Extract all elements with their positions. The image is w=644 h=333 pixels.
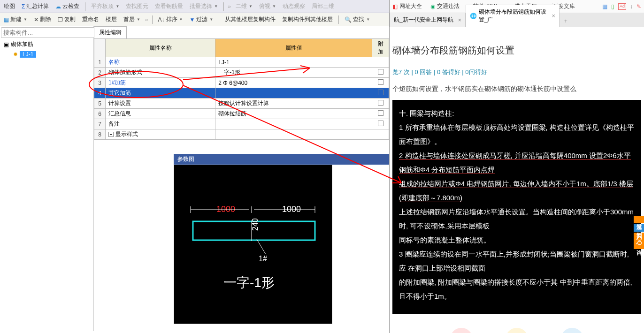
draw-btn[interactable]: 绘图 bbox=[2, 1, 17, 11]
tab-bar: 航_新一代安全上网导航× 🌐砌体墙分布段筋钢筋如何设置_广× + bbox=[390, 13, 644, 27]
browser-tab-2[interactable]: 🌐砌体墙分布段筋钢筋如何设置_广× bbox=[466, 5, 560, 27]
dim-240: 240 bbox=[251, 218, 259, 231]
property-table: 属性名称 属性值 附加 1名称LJ-12砌体加筋形式一字-1形31#加筋2 Φ … bbox=[94, 38, 389, 140]
col-name: 属性名称 bbox=[106, 39, 215, 57]
page-meta: 览7 次 | 0 回答 | 0 答得好 | 0问得好 bbox=[392, 68, 641, 76]
stat-fav[interactable]: ☆0我收藏 bbox=[506, 328, 528, 333]
table-row[interactable]: 6汇总信息砌体拉结筋 bbox=[94, 109, 389, 119]
param-diagram: 1000 1000 240 1# 一字-1形 bbox=[174, 165, 332, 324]
table-row[interactable]: 8+显示样式 bbox=[94, 129, 389, 140]
table-row[interactable]: 7备注 bbox=[94, 119, 389, 129]
ext-icon[interactable]: ▯ bbox=[611, 3, 614, 10]
excerpt-block: 十. 圈梁与构造柱: 1 所有承重墙体在每层模板顶标高处均设置圈梁, 构造柱位置… bbox=[392, 100, 641, 314]
separator bbox=[219, 15, 219, 24]
first-btn[interactable]: 首层▼ bbox=[122, 15, 142, 24]
table-row[interactable]: 2砌体加筋形式一字-1形 bbox=[94, 68, 389, 78]
side-tab-feedback[interactable]: 意见反馈 bbox=[634, 216, 644, 223]
ext-icon[interactable]: ▦ bbox=[602, 3, 607, 10]
local3d-btn[interactable]: 局部三维 bbox=[310, 1, 336, 11]
separator bbox=[152, 15, 153, 24]
table-row[interactable]: 31#加筋2 Φ 6@400 bbox=[94, 78, 389, 88]
dim-1000-left: 1000 bbox=[216, 204, 235, 214]
ext-icon[interactable]: Ad bbox=[618, 3, 626, 10]
copyfrom-btn[interactable]: 从其他楼层复制构件 bbox=[223, 15, 277, 24]
del-btn[interactable]: ✕ 删除 bbox=[32, 15, 53, 24]
table-row[interactable]: 4其它加筋 bbox=[94, 88, 389, 98]
stat-like[interactable]: 👍0问得好 bbox=[450, 328, 473, 333]
new-btn[interactable]: ▦ 新建▼ bbox=[2, 15, 29, 24]
page-title: 砌体墙分布段筋钢筋如何设置 bbox=[392, 44, 641, 57]
2d-btn[interactable]: 二维▼ bbox=[234, 1, 254, 11]
flat-btn[interactable]: 平齐板顶▼ bbox=[89, 1, 121, 11]
search-btn[interactable]: 🔍 查找▼ bbox=[343, 15, 372, 24]
search-input[interactable] bbox=[1, 27, 94, 38]
side-tab-qq[interactable]: QQ咨询 bbox=[634, 233, 644, 249]
diagram-caption: 一字-1形 bbox=[223, 275, 275, 290]
label-1hash: 1# bbox=[259, 255, 267, 263]
separator bbox=[223, 2, 224, 11]
table-row[interactable]: 5计算设置按默认计算设置计算 bbox=[94, 98, 389, 109]
close-icon[interactable]: × bbox=[552, 13, 555, 19]
svg-line-6 bbox=[257, 239, 266, 254]
col-value: 属性值 bbox=[215, 39, 372, 57]
browser-tab-1[interactable]: 航_新一代安全上网导航× bbox=[390, 13, 466, 27]
bird-btn[interactable]: 俯视▼ bbox=[257, 1, 278, 11]
bm-traffic[interactable]: ◉交通违法 bbox=[430, 2, 460, 10]
tree-panel: ▣砌体加筋 ✹LJ-1 bbox=[0, 26, 94, 331]
copy-btn[interactable]: ❐ 复制 bbox=[56, 15, 77, 24]
filter-btn[interactable]: ▼ 过滤▼ bbox=[187, 15, 215, 24]
separator bbox=[338, 15, 339, 24]
table-row[interactable]: 1名称LJ-1 bbox=[94, 57, 389, 68]
page-question: 个短筋如何设置，水平钢筋实在砌体钢筋的砌体通长筋中设置么 bbox=[392, 85, 641, 93]
tree-child[interactable]: ✹LJ-1 bbox=[9, 50, 93, 59]
draw-text: 绘图 bbox=[4, 2, 15, 10]
stats-row: 👍0问得好 ☆0我收藏 ↗0我公亨 bbox=[392, 328, 641, 333]
copyto-btn[interactable]: 复制构件到其他楼层 bbox=[280, 15, 335, 24]
new-tab-button[interactable]: + bbox=[560, 15, 572, 27]
dim-1000-right: 1000 bbox=[282, 204, 301, 214]
col-extra: 附加 bbox=[372, 39, 389, 57]
find-btn[interactable]: 查找图元 bbox=[124, 1, 150, 11]
prop-tab[interactable]: 属性编辑 bbox=[94, 26, 127, 38]
rename-btn[interactable]: 重命名 bbox=[80, 15, 101, 24]
stat-share[interactable]: ↗0我公亨 bbox=[561, 328, 583, 333]
ext-icon[interactable]: ✎ bbox=[636, 3, 641, 10]
close-icon[interactable]: × bbox=[458, 17, 461, 23]
batch-btn[interactable]: 批量选择▼ bbox=[188, 1, 220, 11]
side-tab-follow[interactable]: 关注我们 bbox=[634, 224, 644, 232]
sum-btn[interactable]: Σ 汇总计算 bbox=[20, 1, 51, 11]
layer-btn[interactable]: 楼层 bbox=[104, 15, 119, 24]
tree-root[interactable]: ▣砌体加筋 bbox=[0, 39, 93, 50]
param-title: 参数图 bbox=[174, 154, 389, 165]
separator bbox=[85, 2, 85, 11]
rebar-btn[interactable]: 查看钢筋量 bbox=[153, 1, 185, 11]
dyn-btn[interactable]: 动态观察 bbox=[281, 1, 307, 11]
cloud-btn[interactable]: ☁ 云检查 bbox=[54, 1, 81, 11]
bm-sites[interactable]: ◧网址大全 bbox=[392, 2, 422, 10]
ext-icon[interactable]: ↓ bbox=[630, 3, 633, 10]
sort-btn[interactable]: A↓ 排序▼ bbox=[156, 15, 185, 24]
